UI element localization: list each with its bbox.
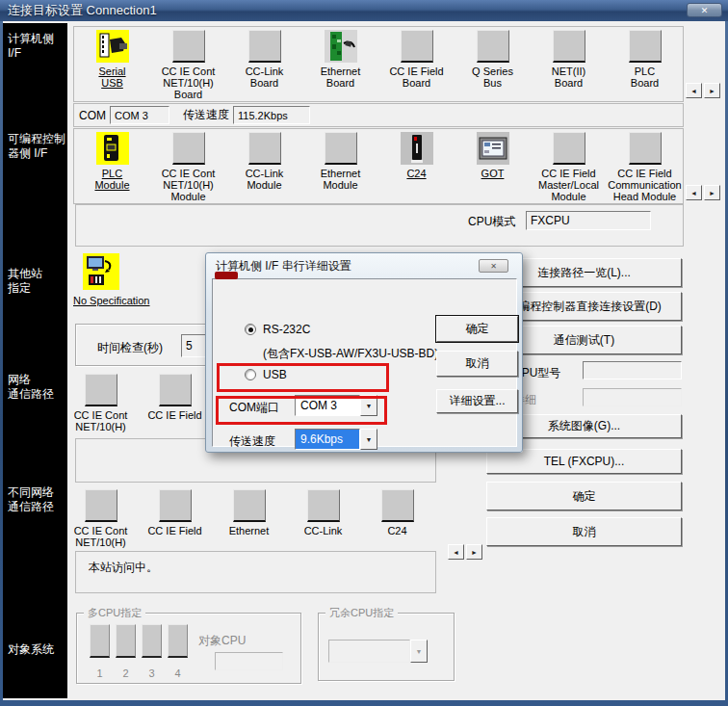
device-ethernet-board[interactable]: Ethernet Board — [302, 27, 378, 101]
dropdown-icon[interactable]: ▼ — [360, 429, 377, 450]
device-cclink-board[interactable]: CC-Link Board — [226, 27, 302, 101]
device-ccie-field-master[interactable]: CC IE Field Master/Local Module — [531, 129, 607, 203]
conet-ccie-cont[interactable]: CC IE Cont NET/10(H) — [64, 486, 138, 548]
no-specification-icon[interactable] — [83, 253, 119, 290]
device-ccie-cont-module[interactable]: CC IE Cont NET/10(H) Module — [150, 129, 226, 203]
dialog-cancel-button[interactable]: 取消 — [436, 351, 518, 377]
device-label: Ethernet Module — [321, 168, 361, 191]
scroll-right-icon[interactable]: ► — [704, 83, 720, 98]
baud-value[interactable]: 115.2Kbps — [233, 106, 310, 124]
device-label: Q Series Bus — [472, 65, 513, 89]
conet-ccie-field[interactable]: CC IE Field — [138, 486, 212, 548]
title-bar[interactable]: 连接目标设置 Connection1 — [0, 0, 728, 21]
module-icon — [248, 132, 281, 165]
device-ccie-cont-board[interactable]: CC IE Cont NET/10(H) Board — [150, 27, 226, 101]
sidebar — [3, 23, 67, 698]
device-net2-board[interactable]: NET(II) Board — [531, 27, 607, 101]
dropdown-glyph: ▼ — [366, 436, 373, 443]
got-art — [479, 137, 507, 160]
dialog-close-icon[interactable]: ✕ — [479, 259, 508, 273]
slot-number: 2 — [116, 667, 136, 679]
c24-icon — [401, 132, 433, 165]
module-icon — [85, 374, 117, 406]
device-plc-board[interactable]: PLC Board — [607, 27, 683, 101]
c24-art — [401, 132, 433, 165]
pc-if-device-row: Serial USB CC IE Cont NET/10(H) Board CC… — [73, 26, 684, 102]
baud-rate-combo[interactable]: 9.6Kbps ▼ — [295, 429, 377, 450]
sidebar-item-target-system: 对象系统 — [8, 642, 54, 657]
arrow-glyph: ► — [709, 88, 715, 94]
board-icon — [477, 30, 509, 63]
arrow-glyph: ◄ — [453, 549, 459, 556]
cpu-mode-box: CPU模式 FXCPU — [75, 204, 684, 247]
device-q-series-bus[interactable]: Q Series Bus — [455, 27, 531, 101]
pc-if-scroll: ◄ ► — [686, 83, 720, 98]
module-icon — [159, 374, 192, 406]
plc-module-icon — [96, 132, 129, 165]
time-check-label: 时间检查(秒) — [97, 340, 163, 356]
cpu-mode-label: CPU模式 — [468, 214, 515, 230]
got-icon — [477, 132, 509, 165]
rs232c-radio[interactable] — [245, 324, 256, 335]
dialog-ok-button[interactable]: 确定 — [436, 316, 518, 342]
com-settings-strip: COM COM 3 传送速度 115.2Kbps — [73, 103, 684, 127]
conet-c24[interactable]: C24 — [360, 486, 434, 548]
device-label: CC IE Field — [147, 525, 201, 536]
module-icon — [629, 132, 662, 165]
device-c24[interactable]: C24 — [378, 129, 455, 203]
device-label: CC IE Cont NET/10(H) — [74, 409, 128, 432]
net-ccie-cont[interactable]: CC IE Cont NET/10(H) — [64, 371, 138, 432]
module-icon — [307, 489, 340, 522]
scroll-right-icon[interactable]: ► — [466, 544, 482, 560]
scroll-left-icon[interactable]: ◄ — [686, 83, 702, 98]
plc-module-art — [96, 132, 129, 165]
device-label: CC IE Field Master/Local Module — [538, 168, 599, 202]
device-ccie-field-head[interactable]: CC IE Field Communication Head Module — [607, 129, 683, 203]
device-ccie-field-board[interactable]: CC IE Field Board — [378, 27, 455, 101]
transfer-setup-window: 连接目标设置 Connection1 ✕ 计算机侧 I/F 可编程控制 器侧 I… — [0, 0, 728, 706]
cpu-slot-4 — [168, 624, 188, 658]
redundant-cpu-combo: ▼ — [328, 640, 428, 663]
device-cclink-module[interactable]: CC-Link Module — [226, 129, 302, 203]
cpu-slot-3 — [142, 624, 162, 658]
target-cpu-value — [215, 652, 283, 670]
com-port-value[interactable]: COM 3 — [110, 106, 169, 124]
serial-usb-icon — [96, 30, 129, 63]
annotation-baud-rate — [216, 396, 387, 425]
status-text: 本站访问中。 — [89, 560, 158, 592]
scroll-left-icon[interactable]: ◄ — [448, 544, 464, 560]
cancel-button[interactable]: 取消 — [486, 517, 682, 546]
cpu-model-value — [583, 361, 682, 379]
device-serial-usb[interactable]: Serial USB — [74, 27, 150, 101]
plc-if-device-row: PLC Module CC IE Cont NET/10(H) Module C… — [73, 128, 684, 204]
device-ethernet-module[interactable]: Ethernet Module — [302, 129, 378, 203]
cpu-slots — [90, 624, 188, 658]
redundant-cpu-group: 冗余CPU指定 ▼ — [318, 613, 455, 681]
scroll-left-icon[interactable]: ◄ — [686, 185, 702, 200]
no-specification-link[interactable]: No Specification — [73, 295, 218, 306]
device-label: Serial USB — [98, 65, 125, 89]
device-plc-module[interactable]: PLC Module — [74, 129, 150, 203]
device-label: CC-Link — [304, 525, 343, 536]
net-ccie-field[interactable]: CC IE Field — [138, 371, 212, 432]
device-label: Ethernet Board — [321, 65, 361, 89]
device-got[interactable]: GOT — [455, 129, 531, 203]
multi-cpu-title: 多CPU指定 — [84, 606, 145, 620]
close-glyph: ✕ — [701, 6, 709, 15]
device-label: GOT — [481, 168, 505, 179]
close-icon[interactable]: ✕ — [687, 3, 722, 17]
conet-ethernet[interactable]: Ethernet — [212, 486, 286, 548]
arrow-glyph: ► — [471, 549, 478, 556]
co-network-route-row: CC IE Cont NET/10(H) CC IE Field Etherne… — [64, 486, 434, 548]
slot-number: 1 — [90, 667, 110, 679]
device-label: CC IE Cont NET/10(H) Module — [162, 168, 216, 202]
module-icon — [233, 489, 266, 522]
sidebar-item-other-station: 其他站 指定 — [8, 267, 42, 296]
dialog-detail-button[interactable]: 详细设置... — [436, 389, 518, 413]
module-icon — [159, 489, 192, 522]
rs232c-label: RS-232C — [263, 323, 310, 336]
conet-cclink[interactable]: CC-Link — [286, 486, 360, 548]
board-icon — [553, 30, 585, 63]
ok-button[interactable]: 确定 — [486, 482, 682, 510]
scroll-right-icon[interactable]: ► — [704, 185, 720, 200]
